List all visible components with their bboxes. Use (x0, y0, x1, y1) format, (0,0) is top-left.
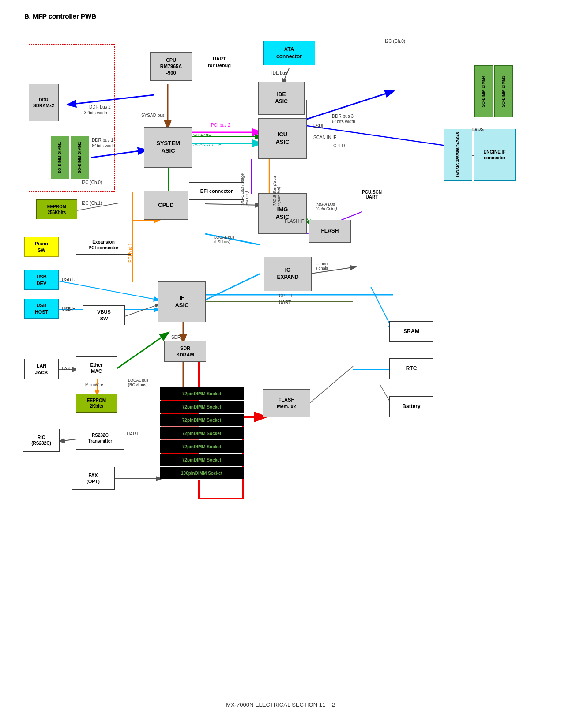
videoif-label: VIDEOIF (193, 133, 211, 138)
i2c-ch0-label-top: I2C (Ch.0) (385, 39, 405, 44)
dimm72-5-block: 72pinDIMM Socket (160, 440, 244, 453)
piano-sw-block: PianoSW (24, 237, 59, 257)
sdr-sdram-block: SDRSDRAM (164, 341, 206, 362)
cpld-block: CPLD (144, 191, 188, 220)
dimm72-2-block: 72pinDIMM Socket (160, 401, 244, 413)
dimm72-1-block: 72pinDIMM Socket (160, 387, 244, 400)
efi-connector-block: EFI connector (189, 182, 244, 200)
rs232c-block: RS232CTransmitter (76, 427, 124, 450)
ether-mac-block: EtherMAC (76, 356, 117, 379)
control-signals-label: Controlsignals (316, 262, 328, 270)
32bits-label: 32bits width (84, 110, 107, 115)
pcu-scn-label: PCU,SCNUART (362, 190, 382, 199)
ddr-sdram-block: DDRSDRAMx2 (29, 84, 59, 121)
lan-label: LAN (62, 366, 70, 371)
usb-dev-block: USBDEV (24, 270, 59, 290)
img-asic-block: IMGASIC (258, 193, 307, 234)
page: B. MFP controller PWB (0, 0, 561, 728)
i2c-ch0-label-sys: I2C (Ch.0) (82, 180, 102, 185)
local-bus-lsi-label: LOCAL bus(LSI bus) (214, 235, 234, 244)
ope-if-label: OPE IF (279, 293, 294, 298)
usb-h-label: USB-H (62, 307, 75, 311)
cpu-block: CPURM7965A-900 (150, 52, 192, 81)
sdr-label: SDR (171, 335, 181, 340)
uart-label-rs232c: UART (127, 432, 139, 436)
ddr-bus1-label: DDR bus 1 (92, 138, 113, 143)
vbus-sw-block: VBUSSW (83, 305, 125, 325)
svg-line-44 (309, 366, 353, 404)
sodimm3-block: SO-DIMM DIMM3 (494, 65, 513, 117)
local-bus-rom-label: LOCAL bus(ROM bus) (128, 378, 148, 387)
dimm72-3-block: 72pinDIMM Socket (160, 414, 244, 426)
if-asic-block: IFASIC (158, 281, 206, 322)
ric-block: RIC(RS232C) (23, 429, 60, 452)
svg-line-19 (205, 274, 260, 300)
dimm72-6-block: 72pinDIMM Socket (160, 454, 244, 466)
rtc-block: RTC (389, 358, 433, 379)
footer-text: MX-7000N ELECTRICAL SECTION 11 – 2 (226, 702, 335, 708)
flash-mem-block: FLASHMem. x2 (263, 389, 310, 417)
usb-d-label: USB-D (62, 277, 75, 282)
svg-line-23 (125, 304, 159, 316)
section-title: B. MFP controller PWB (24, 12, 96, 20)
ddr-bus2-label: DDR bus 2 (89, 105, 111, 109)
sram-block: SRAM (389, 321, 433, 342)
ide-asic-block: IDEASIC (258, 82, 305, 115)
flash-if-label: FLASH IF (285, 219, 304, 224)
sodimm4-block: SO-DIMM DIMM4 (474, 65, 493, 117)
sodimm1-block: SO-DIMM DIMM1 (51, 136, 69, 179)
ddr-bus3-label: DDR bus 3 (332, 114, 354, 119)
img-a-bus-label: IMG-A Bus(Auto Color) (316, 202, 337, 211)
64bits-width2-label: 64bits width (92, 143, 115, 148)
sodimm2-block: SO-DIMM DIMM2 (71, 136, 89, 179)
i2c-ch1-label: I2C (Ch.1) (82, 201, 102, 206)
expansion-pci-block: ExpansionPCI connector (76, 235, 131, 255)
scan-out-if-label: SCAN OUT IF (193, 142, 221, 147)
img-c-bus-label: IMG-C Bus (Image process) (240, 167, 249, 206)
pci-bus1-label: PCI bus 1 (128, 210, 133, 263)
battery-block: Battery (389, 396, 433, 417)
uart-debug-block: UARTfor Debug (198, 48, 241, 76)
dimm72-4-block: 72pinDIMM Socket (160, 427, 244, 439)
svg-line-45 (60, 439, 77, 441)
ide-bus-label: IDE bus (271, 71, 287, 75)
lan-jack-block: LANJACK (24, 359, 59, 379)
svg-line-29 (117, 333, 168, 368)
lvdsic-block: LVDSIC 385/386/047/048 (444, 129, 472, 181)
icu-asic-block: ICUASIC (258, 118, 307, 159)
system-asic-block: SYSTEMASIC (144, 127, 192, 168)
cpld-label-icu: CPLD (333, 143, 345, 148)
ata-connector-block: ATAconnector (263, 41, 315, 65)
fax-opt-block: FAX(OPT) (72, 467, 115, 490)
pci-bus2-label: PCI bus 2 (211, 123, 230, 128)
img-b-bus-label: IMG-B Bus (Area separation) (272, 167, 281, 206)
engine-if-block: ENGINE IFconnector (474, 129, 516, 181)
microwire-label: MicroWire (85, 383, 103, 387)
io-expand-block: IOEXPAND (264, 257, 312, 291)
svg-line-9 (205, 204, 260, 205)
eeprom-256k-block: EEPROM256Kbits (36, 199, 77, 219)
uart-label-if: UART (279, 300, 291, 305)
dimm100-block: 100pinDIMM Socket (160, 467, 244, 479)
scan-in-if-label: SCAN IN IF (313, 135, 336, 140)
sysad-label: SYSAD bus (141, 113, 165, 118)
64bits-width-label: 64bits width (332, 119, 355, 124)
lvds-label: LVDS (472, 127, 484, 132)
usb-host-block: USBHOST (24, 299, 59, 319)
lsuif-label: LSUIF (313, 124, 326, 128)
eeprom-2k-block: EEPROM2Kbits (76, 394, 117, 413)
svg-line-21 (59, 281, 159, 300)
flash-block: FLASH (309, 220, 351, 243)
